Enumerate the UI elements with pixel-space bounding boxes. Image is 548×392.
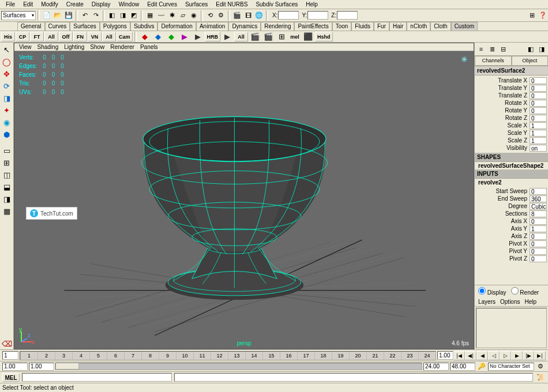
- attr-value[interactable]: 0: [530, 77, 547, 84]
- status-btn-off[interactable]: Off: [59, 32, 73, 42]
- command-input[interactable]: [22, 373, 172, 382]
- last-tool[interactable]: ⬢: [1, 129, 13, 140]
- shelf-tab-polygons[interactable]: Polygons: [100, 22, 130, 31]
- key-back-button[interactable]: ◀: [476, 351, 488, 360]
- chan-icon-1[interactable]: ≡: [476, 44, 486, 54]
- file-open-icon[interactable]: 📂: [52, 10, 63, 21]
- layout-4-icon[interactable]: ▦: [1, 205, 13, 217]
- shelf-tab-toon[interactable]: Toon: [332, 22, 352, 31]
- menu-file[interactable]: File: [2, 1, 18, 8]
- shelf-tab-deformation[interactable]: Deformation: [157, 22, 196, 31]
- select-obj-icon[interactable]: ◨: [118, 10, 128, 21]
- anim-prefs-icon[interactable]: ⚙: [535, 361, 546, 372]
- shelf-icon-6[interactable]: ▶: [221, 32, 234, 42]
- range-handle[interactable]: [56, 363, 79, 370]
- tab-channels[interactable]: Channels: [475, 56, 512, 66]
- status-btn-cam[interactable]: Cam: [117, 32, 133, 42]
- attr-value[interactable]: 0: [530, 115, 547, 122]
- help-icon[interactable]: ❓: [538, 10, 548, 21]
- status-btn-ft[interactable]: FT: [30, 32, 44, 42]
- shelf-icon-1[interactable]: ◆: [138, 32, 151, 42]
- attr-value[interactable]: 8: [530, 210, 547, 217]
- scale-tool[interactable]: ◨: [1, 92, 13, 104]
- ipr-icon[interactable]: 🎞: [243, 10, 253, 21]
- shelf-icon-7[interactable]: 🎬: [249, 32, 261, 42]
- attr-value[interactable]: on: [530, 145, 547, 152]
- panel-menu-lighting[interactable]: Lighting: [62, 44, 87, 50]
- shape-node[interactable]: revolvedSurfaceShape2: [475, 162, 548, 169]
- hshd-button[interactable]: Hshd: [315, 32, 333, 42]
- shelf-tab-cloth[interactable]: Cloth: [430, 22, 451, 31]
- select-tool[interactable]: ↖: [1, 44, 13, 55]
- shelf-icon-4[interactable]: ▶: [178, 32, 191, 42]
- snap-live-icon[interactable]: ◉: [189, 10, 199, 21]
- shelf-icon-8[interactable]: 🎬: [262, 32, 275, 42]
- attr-value[interactable]: 1: [530, 225, 547, 232]
- shelf-tab-hair[interactable]: Hair: [389, 22, 407, 31]
- attr-value[interactable]: 1: [530, 137, 547, 144]
- attr-value[interactable]: 0: [530, 107, 547, 114]
- attr-value[interactable]: 0: [530, 248, 547, 255]
- range-track[interactable]: [55, 363, 422, 370]
- file-new-icon[interactable]: 📄: [42, 10, 52, 21]
- chan-icon-2[interactable]: ≣: [487, 44, 497, 54]
- shelf-tab-rendering[interactable]: Rendering: [261, 22, 294, 31]
- hrb-button[interactable]: HRB: [205, 32, 221, 42]
- layer-editor[interactable]: [476, 308, 547, 348]
- menu-edit[interactable]: Edit: [20, 1, 36, 8]
- attr-value[interactable]: 1: [530, 130, 547, 137]
- snap-plane-icon[interactable]: ▱: [178, 10, 188, 21]
- shelf-icon-10[interactable]: ⬛: [302, 32, 314, 42]
- viewport-canvas[interactable]: Verts:000Edges:000Faces:000Tris:000UVs:0…: [14, 51, 474, 349]
- attr-value[interactable]: 0: [530, 92, 547, 99]
- end-frame-display[interactable]: 1.00: [437, 351, 453, 360]
- status-btn-fn[interactable]: FN: [73, 32, 87, 42]
- shelf-tab-surfaces[interactable]: Surfaces: [70, 22, 99, 31]
- single-view-icon[interactable]: ▭: [1, 145, 13, 156]
- mel-label[interactable]: MEL: [2, 373, 20, 382]
- menu-edit-curves[interactable]: Edit Curves: [144, 1, 181, 8]
- select-comp-icon[interactable]: ◩: [129, 10, 139, 21]
- undo-icon[interactable]: ↶: [80, 10, 90, 21]
- shelf-tab-ncloth[interactable]: nCloth: [407, 22, 430, 31]
- menu-display[interactable]: Display: [88, 1, 114, 8]
- range-start-b[interactable]: [29, 363, 54, 371]
- attr-value[interactable]: 0: [530, 218, 547, 225]
- panel-menu-show[interactable]: Show: [88, 44, 107, 50]
- snap-curve-icon[interactable]: 〰: [156, 10, 166, 21]
- attr-value[interactable]: 0: [530, 188, 547, 195]
- menu-help[interactable]: Help: [302, 1, 321, 8]
- mode-selector[interactable]: Surfaces: [1, 11, 36, 20]
- status-btn-cp[interactable]: CP: [16, 32, 29, 42]
- node-name[interactable]: revolvedSurface2: [475, 66, 548, 76]
- snap-grid-icon[interactable]: ▦: [145, 10, 155, 21]
- manip-tool[interactable]: ✦: [1, 104, 13, 116]
- shelf-icon-5[interactable]: ▶: [192, 32, 204, 42]
- coord-y-input[interactable]: [307, 11, 328, 20]
- status-btn-vn[interactable]: VN: [88, 32, 102, 42]
- play-back-button[interactable]: ◁: [488, 351, 500, 360]
- step-back-button[interactable]: ◀|: [465, 351, 476, 360]
- input-node[interactable]: revolve2: [475, 179, 548, 186]
- layout-1-icon[interactable]: ◫: [1, 169, 13, 180]
- status-btn-all[interactable]: All: [44, 32, 58, 42]
- panel-menu-renderer[interactable]: Renderer: [108, 44, 137, 50]
- render-globals-icon[interactable]: 🌐: [254, 10, 264, 21]
- display-radio[interactable]: Display: [478, 287, 506, 296]
- auto-key-icon[interactable]: 🔑: [476, 361, 487, 372]
- range-start-a[interactable]: [2, 363, 28, 371]
- layout-icon[interactable]: ⊞: [527, 10, 537, 21]
- move-tool[interactable]: ✥: [1, 68, 13, 80]
- shelf-tab-animation[interactable]: Animation: [196, 22, 228, 31]
- rewind-end-button[interactable]: ▶|: [534, 351, 546, 360]
- coord-x-input[interactable]: [278, 11, 299, 20]
- redo-icon[interactable]: ↷: [91, 10, 101, 21]
- all-button-2[interactable]: All: [234, 32, 248, 42]
- shelf-icon-9[interactable]: ⊞: [275, 32, 288, 42]
- layer-menu-layers[interactable]: Layers: [478, 299, 496, 305]
- chan-icon-3[interactable]: ⊟: [498, 44, 508, 54]
- attr-value[interactable]: 0: [530, 85, 547, 92]
- snap-point-icon[interactable]: ✱: [167, 10, 177, 21]
- layer-menu-help[interactable]: Help: [524, 299, 536, 305]
- file-save-icon[interactable]: 💾: [63, 10, 74, 21]
